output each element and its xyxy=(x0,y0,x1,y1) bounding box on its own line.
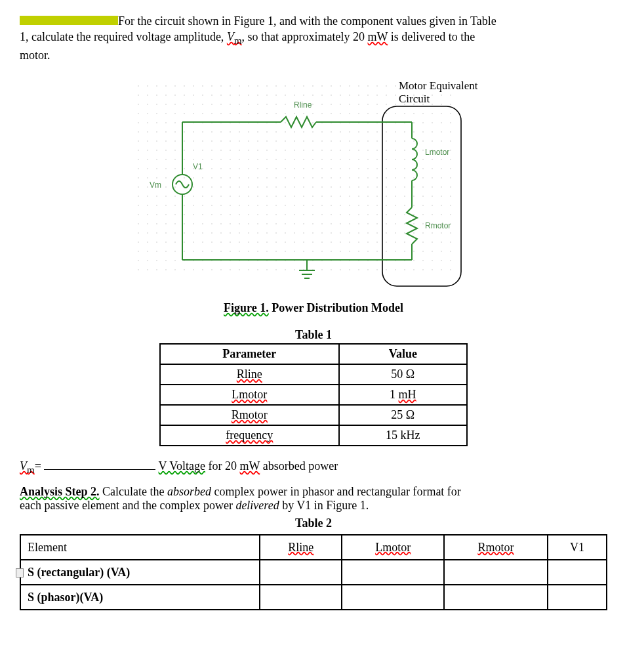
step2-t1: Calculate the xyxy=(100,485,167,498)
v1-label: V1 xyxy=(193,162,203,171)
ans-unit: V Voltage xyxy=(159,459,206,472)
table-row: Rline 50 Ω xyxy=(160,364,467,385)
t2-c xyxy=(444,585,548,610)
t1-v0: 50 Ω xyxy=(339,364,467,385)
fig-caption-label: Figure 1. xyxy=(224,301,269,314)
t2-c xyxy=(342,585,444,610)
t2-c xyxy=(548,585,607,610)
blank-line xyxy=(44,469,155,470)
step2-t2: complex power in phasor and rectangular … xyxy=(211,485,461,498)
rmotor-label: Rmotor xyxy=(425,221,451,230)
ans-rest: for 20 xyxy=(205,459,240,472)
t1-p2: Rmotor xyxy=(232,408,268,421)
resize-handle-icon[interactable] xyxy=(16,568,24,578)
ans-vm: Vm xyxy=(20,459,35,472)
t1-h-param: Parameter xyxy=(160,344,339,364)
motor-equiv-title2: Circuit xyxy=(399,93,430,105)
figure-1: Motor Equivalent Circuit xyxy=(110,76,517,315)
lmotor-label: Lmotor xyxy=(425,148,449,157)
table-1: Parameter Value Rline 50 Ω Lmotor 1 mH R… xyxy=(159,343,468,446)
t1-p3: frequency xyxy=(226,429,273,442)
problem-line1d: is delivered to the xyxy=(388,30,475,43)
analysis-step-2: Analysis Step 2. Calculate the absorbed … xyxy=(20,485,607,513)
table-row: S (phasor)(VA) xyxy=(20,585,607,610)
problem-statement: For the circuit shown in Figure 1, and w… xyxy=(20,13,607,63)
step2-delivered: delivered xyxy=(235,499,279,512)
t2-c xyxy=(260,560,342,585)
problem-line1b: 1, calculate the required voltage amplit… xyxy=(20,30,227,43)
t1-v1: 1 mH xyxy=(339,385,467,405)
problem-line1c: , so that approximately 20 xyxy=(242,30,368,43)
t1-h-value: Value xyxy=(339,344,467,364)
answer-line: Vm= V Voltage for 20 mW absorbed power xyxy=(20,459,607,476)
t2-h0: Element xyxy=(20,535,260,560)
mw-unit: mW xyxy=(368,30,388,43)
problem-line1a: For the circuit shown in Figure 1, and w… xyxy=(118,14,496,28)
t1-p1: Lmotor xyxy=(232,388,267,401)
fig-caption-text: Power Distribution Model xyxy=(269,301,403,314)
t2-c xyxy=(548,560,607,585)
t2-h2: Lmotor xyxy=(375,541,411,554)
t1-v3: 15 kHz xyxy=(339,425,467,446)
figure-caption: Figure 1. Power Distribution Model xyxy=(110,301,517,315)
svg-rect-2 xyxy=(136,81,458,278)
t2-c xyxy=(444,560,548,585)
table-2: Element Rline Lmotor Rmotor V1 S (rectan… xyxy=(20,534,607,610)
t2-r1: S (phasor)(VA) xyxy=(20,585,260,610)
rline-label: Rline xyxy=(294,100,312,110)
vm-symbol: Vm xyxy=(227,30,242,43)
t2-h3: Rmotor xyxy=(477,541,514,554)
t2-r0: S (rectangular) (VA) xyxy=(20,560,260,585)
ans-rest2: absorbed power xyxy=(260,459,338,472)
t1-p0: Rline xyxy=(237,368,262,381)
t2-h4: V1 xyxy=(548,535,607,560)
table-row: S (rectangular) (VA) xyxy=(20,560,607,585)
step2-t4: by V1 in Figure 1. xyxy=(279,499,369,512)
t2-c xyxy=(260,585,342,610)
circuit-diagram: Motor Equivalent Circuit xyxy=(110,76,517,293)
step2-t3: each passive element and the complex pow… xyxy=(20,499,235,512)
table1-caption: Table 1 xyxy=(20,328,607,342)
vm-label: Vm xyxy=(150,180,161,190)
step2-label: Analysis Step 2. xyxy=(20,485,100,498)
motor-equiv-title1: Motor Equivalent xyxy=(399,79,478,92)
ans-eq: = xyxy=(35,459,41,472)
ans-mw: mW xyxy=(240,459,260,472)
highlight-mark xyxy=(20,16,118,25)
table2-caption: Table 2 xyxy=(20,516,607,530)
table-row: Rmotor 25 Ω xyxy=(160,405,467,425)
table-row: Lmotor 1 mH xyxy=(160,385,467,405)
t1-v2: 25 Ω xyxy=(339,405,467,425)
table-row: frequency 15 kHz xyxy=(160,425,467,446)
step2-absorbed: absorbed xyxy=(167,485,211,498)
t2-h1: Rline xyxy=(288,541,314,554)
t2-c xyxy=(342,560,444,585)
problem-line1e: motor. xyxy=(20,49,51,62)
